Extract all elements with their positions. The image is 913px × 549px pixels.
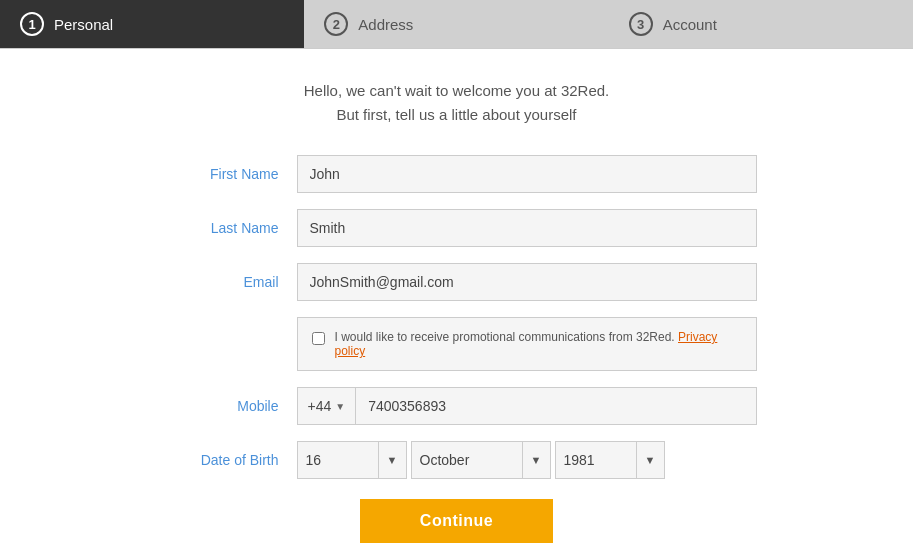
step-personal[interactable]: 1 Personal xyxy=(0,0,304,48)
dob-year-arrow-icon: ▼ xyxy=(636,442,664,478)
dob-month-wrap: October January February March April May… xyxy=(411,441,551,479)
first-name-label: First Name xyxy=(157,166,297,182)
dob-year-wrap: 1981 1980 1979 1978 1977 1982 1983 1984 … xyxy=(555,441,665,479)
step-2-circle: 2 xyxy=(324,12,348,36)
mobile-prefix-selector[interactable]: +44 ▼ xyxy=(298,388,357,424)
mobile-label: Mobile xyxy=(157,398,297,414)
step-1-label: Personal xyxy=(54,16,113,33)
welcome-line2: But first, tell us a little about yourse… xyxy=(304,103,610,127)
step-1-circle: 1 xyxy=(20,12,44,36)
main-content: Hello, we can't wait to welcome you at 3… xyxy=(0,49,913,549)
promo-checkbox-row: I would like to receive promotional comm… xyxy=(297,317,757,371)
registration-form: First Name Last Name Email I would like … xyxy=(157,155,757,543)
dob-row: Date of Birth 16 123 456 789 101112 1314… xyxy=(157,441,757,479)
dob-day-select[interactable]: 16 123 456 789 101112 131415 171819 2021… xyxy=(298,442,378,478)
steps-header: 1 Personal 2 Address 3 Account xyxy=(0,0,913,49)
step-3-label: Account xyxy=(663,16,717,33)
welcome-line1: Hello, we can't wait to welcome you at 3… xyxy=(304,79,610,103)
dob-year-select[interactable]: 1981 1980 1979 1978 1977 1982 1983 1984 … xyxy=(556,442,636,478)
dob-day-arrow-icon: ▼ xyxy=(378,442,406,478)
continue-wrap: Continue xyxy=(157,499,757,543)
step-2-label: Address xyxy=(358,16,413,33)
last-name-label: Last Name xyxy=(157,220,297,236)
mobile-prefix-arrow-icon: ▼ xyxy=(335,401,345,412)
promo-checkbox-container: I would like to receive promotional comm… xyxy=(297,317,757,371)
mobile-input-wrap: +44 ▼ xyxy=(297,387,757,425)
continue-button[interactable]: Continue xyxy=(360,499,553,543)
mobile-row: Mobile +44 ▼ xyxy=(157,387,757,425)
last-name-row: Last Name xyxy=(157,209,757,247)
step-address[interactable]: 2 Address xyxy=(304,0,608,48)
dob-month-arrow-icon: ▼ xyxy=(522,442,550,478)
promo-checkbox[interactable] xyxy=(312,332,325,345)
welcome-text: Hello, we can't wait to welcome you at 3… xyxy=(304,79,610,127)
last-name-input[interactable] xyxy=(297,209,757,247)
dob-label: Date of Birth xyxy=(157,452,297,468)
promo-text: I would like to receive promotional comm… xyxy=(335,330,742,358)
dob-month-select[interactable]: October January February March April May… xyxy=(412,442,522,478)
email-label: Email xyxy=(157,274,297,290)
dob-day-wrap: 16 123 456 789 101112 131415 171819 2021… xyxy=(297,441,407,479)
mobile-number-input[interactable] xyxy=(356,388,755,424)
step-account[interactable]: 3 Account xyxy=(609,0,913,48)
first-name-input[interactable] xyxy=(297,155,757,193)
dob-selects: 16 123 456 789 101112 131415 171819 2021… xyxy=(297,441,757,479)
email-row: Email xyxy=(157,263,757,301)
email-input[interactable] xyxy=(297,263,757,301)
first-name-row: First Name xyxy=(157,155,757,193)
step-3-circle: 3 xyxy=(629,12,653,36)
mobile-prefix-value: +44 xyxy=(308,398,332,414)
